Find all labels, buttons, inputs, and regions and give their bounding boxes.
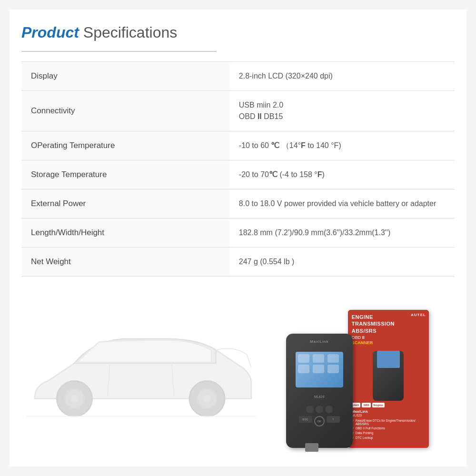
box-model-num: ML629 — [348, 414, 429, 419]
badge-srs: SRS — [362, 403, 370, 407]
scanner-screen — [296, 352, 343, 387]
box-feature-2: OBD II Full Functions — [352, 426, 425, 430]
svg-point-7 — [70, 394, 79, 403]
title-regular: Specifications — [79, 24, 177, 41]
table-row: Display 2.8-inch LCD (320×240 dpi) — [21, 62, 455, 91]
box-header: AUTEL ENGINE TRANSMISSION ABS/SRS OBD II… — [348, 310, 429, 347]
ok-button: OK — [314, 416, 325, 426]
spec-value: -10 to 60 ℃ （14°F to 140 °F) — [229, 131, 455, 160]
sd-card-slot — [305, 443, 318, 452]
spec-table: Display 2.8-inch LCD (320×240 dpi) Conne… — [21, 61, 455, 277]
spec-value: -20 to 70℃ (-4 to 158 °F) — [229, 160, 455, 189]
table-row: External Power 8.0 to 18.0 V power provi… — [21, 189, 455, 218]
box-feature-4: DTC Lookup — [352, 436, 425, 440]
spec-value: 2.8-inch LCD (320×240 dpi) — [229, 62, 455, 91]
device-area: MaxiLink ML629 — [260, 296, 455, 448]
title-bold: Product — [21, 24, 79, 41]
spec-label: OPerating Temperature — [21, 131, 229, 160]
badge-engine: Engine — [372, 403, 385, 407]
table-row: Length/Width/Height 182.8 mm (7.2')/90.9… — [21, 218, 455, 248]
table-row: Net Weight 247 g (0.554 lb ) — [21, 248, 455, 277]
content-area: Product Specifications Display 2.8-inch … — [10, 10, 466, 466]
help-button: ? — [327, 416, 340, 423]
spec-label: Display — [21, 62, 229, 91]
box-abs-label: ABS/SRS — [352, 327, 425, 334]
spec-value: 182.8 mm (7.2')/90.9 mm(3.6'')/33.2mm(1.… — [229, 218, 455, 248]
spec-label: External Power — [21, 189, 229, 218]
box-model-name: MaxiLink — [348, 409, 429, 414]
spec-value: 8.0 to 18.0 V power provided via vehicle… — [229, 189, 455, 218]
svg-point-4 — [203, 394, 212, 403]
badge-abs: ABS — [352, 403, 361, 407]
spec-label: Connectivity — [21, 91, 229, 131]
table-row: Storage Temperature -20 to 70℃ (-4 to 15… — [21, 160, 455, 189]
screen-icon-obd — [313, 354, 324, 363]
car-illustration — [21, 305, 260, 448]
device-model-label: ML629 — [314, 395, 324, 398]
device-brand-label: MaxiLink — [310, 339, 329, 344]
nav-btn-3 — [325, 406, 333, 413]
spec-label: Net Weight — [21, 248, 229, 277]
screen-icon-dtc — [327, 354, 339, 363]
box-autel-brand: AUTEL — [411, 313, 426, 317]
box-features-list: Read/Erase DTCs for Engine/Transmission/… — [348, 419, 429, 440]
box-obd-label: OBD II — [352, 335, 425, 340]
box-badges: ABS SRS Engine — [352, 403, 425, 407]
screen-icon-about — [327, 365, 339, 373]
page-title: Product Specifications — [21, 24, 455, 41]
spec-label: Storage Temperature — [21, 160, 229, 189]
box-feature-3: Data Printing — [352, 431, 425, 435]
screen-icon-playback — [298, 365, 309, 373]
action-buttons-row: ESC OK ? — [286, 416, 353, 426]
box-scanner-label: SCANNER — [352, 340, 425, 345]
nav-btn-1 — [306, 406, 314, 413]
screen-icon-scan — [298, 354, 309, 363]
spec-value: USB miin 2.0OBD II DB15 — [229, 91, 455, 131]
title-underline — [21, 51, 217, 52]
bottom-section: MaxiLink ML629 — [21, 291, 455, 448]
spec-label: Length/Width/Height — [21, 218, 229, 248]
scanner-device: MaxiLink ML629 — [286, 334, 353, 448]
table-row: OPerating Temperature -10 to 60 ℃ （14°F … — [21, 131, 455, 160]
product-box: AUTEL ENGINE TRANSMISSION ABS/SRS OBD II… — [348, 310, 429, 448]
spec-value: 247 g (0.554 lb ) — [229, 248, 455, 277]
box-feature-1: Read/Erase DTCs for Engine/Transmission/… — [352, 419, 425, 426]
screen-icon-setup — [313, 365, 324, 373]
nav-buttons-row — [286, 406, 353, 413]
box-device-mini — [373, 351, 404, 401]
esc-button: ESC — [299, 416, 312, 423]
page-wrapper: Product Specifications Display 2.8-inch … — [0, 0, 476, 476]
table-row: Connectivity USB miin 2.0OBD II DB15 — [21, 91, 455, 131]
box-transmission-label: TRANSMISSION — [352, 320, 425, 327]
box-device-screen — [377, 351, 400, 368]
nav-btn-2 — [316, 406, 323, 413]
